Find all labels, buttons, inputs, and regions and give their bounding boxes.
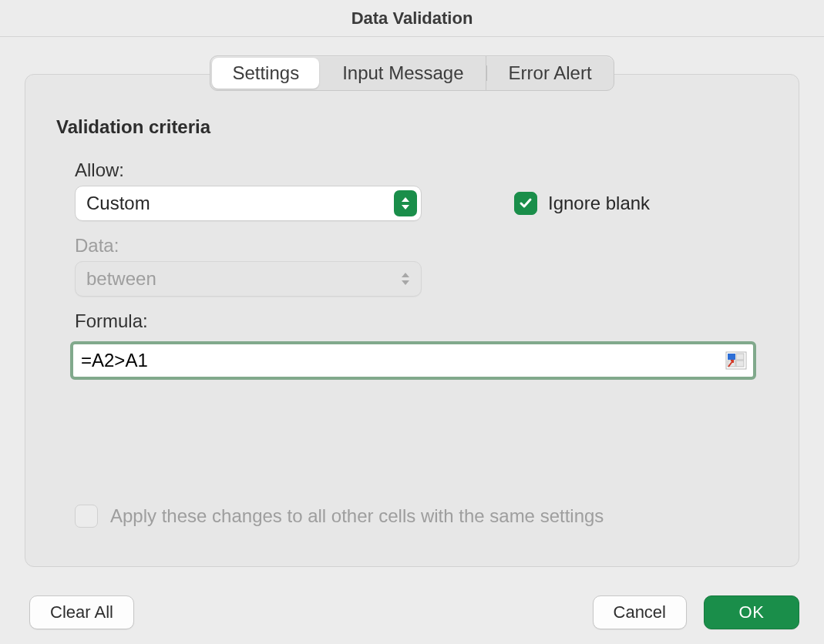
svg-rect-2	[736, 354, 744, 360]
chevron-down-icon	[401, 204, 410, 210]
formula-label: Formula:	[75, 310, 768, 332]
svg-rect-4	[736, 361, 744, 367]
chevron-up-icon	[401, 272, 410, 278]
tab-label: Settings	[232, 62, 299, 84]
allow-row: Custom Ignore blank	[56, 186, 768, 221]
tab-settings[interactable]: Settings	[212, 58, 319, 89]
data-label: Data:	[75, 235, 768, 257]
apply-all-row: Apply these changes to all other cells w…	[75, 505, 604, 528]
dialog-title: Data Validation	[0, 0, 824, 37]
data-stepper-icon	[394, 266, 417, 292]
apply-all-label: Apply these changes to all other cells w…	[110, 505, 604, 527]
data-validation-dialog: Data Validation Settings Input Message E…	[0, 0, 824, 644]
allow-selected-value: Custom	[86, 193, 150, 214]
formula-field[interactable]	[70, 341, 756, 380]
data-select-wrap: between	[75, 261, 422, 297]
ignore-blank-row: Ignore blank	[514, 192, 650, 215]
allow-select[interactable]: Custom	[75, 186, 422, 221]
ignore-blank-label: Ignore blank	[548, 193, 650, 214]
allow-stepper-icon[interactable]	[394, 190, 417, 216]
chevron-down-icon	[401, 280, 410, 286]
cancel-button[interactable]: Cancel	[593, 595, 687, 629]
tab-label: Input Message	[342, 62, 463, 84]
settings-panel: Validation criteria Allow: Custom	[25, 74, 799, 567]
ignore-blank-checkbox[interactable]	[514, 192, 537, 215]
tab-error-alert[interactable]: Error Alert	[487, 56, 614, 90]
data-select: between	[75, 261, 422, 297]
range-picker-icon[interactable]	[725, 351, 747, 370]
svg-rect-1	[728, 354, 735, 360]
content-area: Settings Input Message Error Alert Valid…	[0, 37, 824, 581]
allow-select-wrap: Custom	[75, 186, 422, 221]
check-icon	[519, 196, 533, 210]
tab-bar: Settings Input Message Error Alert	[25, 55, 799, 91]
tab-input-message[interactable]: Input Message	[321, 56, 486, 90]
allow-label: Allow:	[75, 159, 768, 181]
apply-all-checkbox	[75, 505, 98, 528]
formula-input[interactable]	[79, 349, 725, 372]
data-selected-value: between	[86, 268, 156, 290]
tab-label: Error Alert	[509, 62, 592, 84]
ok-button[interactable]: OK	[704, 595, 799, 629]
footer-right: Cancel OK	[593, 595, 799, 629]
chevron-up-icon	[401, 196, 410, 203]
section-title: Validation criteria	[56, 116, 768, 138]
clear-all-button[interactable]: Clear All	[29, 595, 134, 629]
tab-strip: Settings Input Message Error Alert	[210, 55, 614, 91]
dialog-footer: Clear All Cancel OK	[0, 581, 824, 644]
